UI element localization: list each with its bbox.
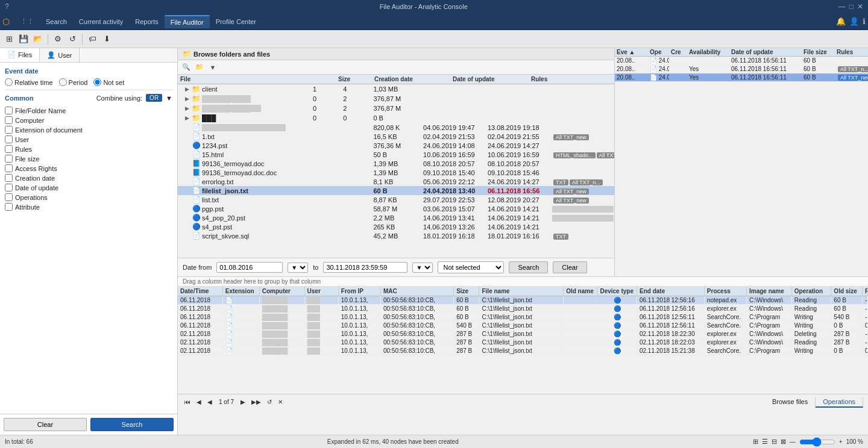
tab-files[interactable]: 📄 Files bbox=[0, 48, 40, 62]
date-to-dropdown[interactable]: ▼ bbox=[412, 263, 433, 273]
nav-prev[interactable]: ◀ bbox=[206, 399, 214, 405]
toolbar-btn-settings[interactable]: ⚙ bbox=[51, 33, 64, 46]
cb-computer[interactable]: Computer bbox=[5, 116, 172, 124]
table-row[interactable]: 📘 99136_termoyad.doc 1,39 MB 08.10.2018 … bbox=[178, 159, 614, 168]
menu-item-search[interactable]: Search bbox=[40, 16, 73, 28]
tab-browse-files[interactable]: Browse files bbox=[765, 397, 816, 408]
menu-item-reports[interactable]: Reports bbox=[129, 16, 165, 28]
rp-col-availability[interactable]: Availability bbox=[687, 49, 729, 55]
nav-next-next[interactable]: ▶▶ bbox=[250, 399, 263, 405]
toolbar-btn-save[interactable]: 💾 bbox=[17, 33, 30, 46]
btcol-imagename[interactable]: Image name bbox=[747, 287, 792, 296]
table-row[interactable]: 06.11.2018 📄 ██████ ███ 10.0.1.13, 00:50… bbox=[178, 296, 868, 305]
minimize-icon[interactable]: — bbox=[838, 2, 846, 11]
col-creation-date[interactable]: Creation date bbox=[372, 76, 450, 82]
btcol-oldname[interactable]: Old name bbox=[564, 287, 597, 296]
results-panel-scroll[interactable]: 20.08.. 📄 24.0. 06.11.2018 16:56:11 60 B… bbox=[615, 57, 868, 276]
table-row[interactable]: 06.11.2018 📄 ██████ ███ 10.0.1.13, 00:50… bbox=[178, 305, 868, 313]
btcol-computer[interactable]: Computer bbox=[260, 287, 305, 296]
nav-close[interactable]: ✕ bbox=[276, 399, 285, 405]
btcol-process[interactable]: Process bbox=[705, 287, 747, 296]
search-button[interactable]: Search bbox=[90, 418, 174, 431]
rp-col-rules[interactable]: Rules bbox=[835, 49, 868, 55]
table-row[interactable]: 📄 list.txt 8,87 KB 29.07.2019 22:53 12.0… bbox=[178, 195, 614, 204]
date-clear-button[interactable]: Clear bbox=[553, 261, 587, 273]
view-btn-4[interactable]: ⊠ bbox=[781, 438, 786, 446]
toolbar-btn-refresh[interactable]: ↺ bbox=[66, 33, 79, 46]
col-file[interactable]: File bbox=[178, 76, 336, 82]
btcol-enddate[interactable]: End date bbox=[637, 287, 705, 296]
table-row[interactable]: 🔵 s4_pop_20.pst 2,2 MB 14.06.2019 13:41 … bbox=[178, 213, 614, 222]
fb-btn-dropdown[interactable]: ▼ bbox=[207, 62, 219, 73]
date-search-button[interactable]: Search bbox=[509, 261, 548, 273]
tab-user[interactable]: 👤 User bbox=[40, 48, 80, 62]
fb-btn-search[interactable]: 🔍 bbox=[180, 62, 192, 73]
btcol-oldsize[interactable]: Old size bbox=[831, 287, 863, 296]
radio-not-set[interactable]: Not set bbox=[93, 78, 124, 86]
tray-icon-3[interactable]: ℹ bbox=[863, 17, 866, 26]
nav-refresh[interactable]: ↺ bbox=[265, 399, 274, 405]
table-row[interactable]: 📄 filelist_json.txt 60 B 24.04.2018 13:4… bbox=[178, 186, 614, 195]
col-date-of-update[interactable]: Date of update bbox=[450, 76, 529, 82]
btcol-devicetype[interactable]: Device type bbox=[597, 287, 637, 296]
cb-date-of-update[interactable]: Date of update bbox=[5, 184, 172, 191]
btcol-user[interactable]: User bbox=[305, 287, 339, 296]
cb-extension[interactable]: Extension of document bbox=[5, 126, 172, 134]
table-row[interactable]: 📄 15.html 50 B 10.06.2019 16:59 10.06.20… bbox=[178, 150, 614, 159]
table-row[interactable]: 📄 errorlog.txt 8,1 KB 05.06.2019 22:12 2… bbox=[178, 177, 614, 186]
date-to-input[interactable] bbox=[323, 262, 407, 273]
nav-next[interactable]: ▶ bbox=[239, 399, 247, 405]
table-row[interactable]: 📘 99136_termoyad.doc.doc 1,39 MB 09.10.2… bbox=[178, 168, 614, 177]
tray-icon-1[interactable]: 🔔 bbox=[836, 17, 846, 26]
table-row[interactable]: 02.11.2018 📄 ██████ ███ 10.0.1.13, 00:50… bbox=[178, 347, 868, 355]
col-rules[interactable]: Rules bbox=[529, 76, 607, 82]
cb-file-size[interactable]: File size bbox=[5, 155, 172, 163]
table-row[interactable]: ▶ 📁 ██████ ████ (2) 0 2 376,87 M bbox=[178, 104, 614, 113]
file-browser-scroll[interactable]: ▶ 📁 client 1 4 1,03 MB bbox=[178, 84, 614, 258]
combine-toggle[interactable]: OR bbox=[146, 94, 162, 102]
rp-col-date-update[interactable]: Date of update bbox=[729, 49, 802, 55]
btcol-datetime[interactable]: Date/Time bbox=[178, 287, 223, 296]
btcol-operation[interactable]: Operation bbox=[792, 287, 832, 296]
maximize-icon[interactable]: □ bbox=[849, 2, 854, 11]
col-size[interactable]: Size bbox=[336, 76, 372, 82]
zoom-plus[interactable]: + bbox=[839, 438, 843, 445]
rp-col-cre[interactable]: Cre bbox=[669, 49, 687, 55]
menu-item-profile-center[interactable]: Profile Center bbox=[210, 16, 262, 28]
list-item[interactable]: 20.08.. 📄 24.0. Yes 06.11.2018 16:56:11 … bbox=[615, 65, 868, 73]
table-row[interactable]: 🔵 1234.pst 376,36 M 24.06.2019 14:08 24.… bbox=[178, 141, 614, 150]
table-row[interactable]: 02.11.2018 📄 ██████ ███ 10.0.1.13, 00:50… bbox=[178, 330, 868, 338]
menu-item-hamburger[interactable]: ⋮⋮ bbox=[14, 15, 40, 28]
cb-access-rights[interactable]: Access Rights bbox=[5, 164, 172, 172]
clear-button[interactable]: Clear bbox=[4, 418, 87, 431]
list-item[interactable]: 20.08.. 📄 24.0. 06.11.2018 16:56:11 60 B bbox=[615, 57, 868, 65]
table-row[interactable]: ▶ 📁 ██████ ████ 0 2 376,87 M bbox=[178, 94, 614, 104]
rp-col-eve[interactable]: Eve ▲ bbox=[615, 49, 648, 55]
tray-icon-2[interactable]: 👤 bbox=[849, 17, 859, 26]
tab-operations[interactable]: Operations bbox=[816, 397, 863, 408]
toolbar-btn-grid[interactable]: ⊞ bbox=[2, 33, 16, 46]
combine-dropdown-icon[interactable]: ▼ bbox=[166, 95, 172, 102]
toolbar-btn-download[interactable]: ⬇ bbox=[100, 33, 113, 46]
radio-period[interactable]: Period bbox=[59, 78, 88, 86]
cb-rules[interactable]: Rules bbox=[5, 145, 172, 153]
menu-item-current-activity[interactable]: Current activity bbox=[73, 16, 129, 28]
close-icon[interactable]: ✕ bbox=[857, 2, 863, 11]
table-row[interactable]: 📄 ██.████████████.███ 820,08 K 04.06.201… bbox=[178, 123, 614, 132]
rp-col-ope[interactable]: Ope bbox=[648, 49, 669, 55]
table-row[interactable]: 📄 1.txt 16,5 KB 02.04.2019 21:53 02.04.2… bbox=[178, 132, 614, 141]
table-row[interactable]: 🔵 s4_pst.pst 265 KB 14.06.2019 13:26 14.… bbox=[178, 222, 614, 231]
view-btn-2[interactable]: ☰ bbox=[762, 438, 768, 446]
table-row[interactable]: 🔵 pgp.pst 58,87 M 03.06.2019 15:07 14.06… bbox=[178, 204, 614, 213]
help-icon[interactable]: ? bbox=[5, 2, 9, 11]
btcol-filehash[interactable]: File hash bbox=[863, 287, 868, 296]
cb-attribute[interactable]: Attribute bbox=[5, 203, 172, 211]
cb-file-folder[interactable]: File/Folder Name bbox=[5, 107, 172, 114]
table-row[interactable]: 06.11.2018 📄 ██████ ███ 10.0.1.13, 00:50… bbox=[178, 322, 868, 330]
menu-item-file-auditor[interactable]: File Auditor bbox=[165, 15, 210, 28]
btcol-extension[interactable]: Extension bbox=[223, 287, 260, 296]
cb-creation-date[interactable]: Creation date bbox=[5, 174, 172, 182]
table-row[interactable]: ▶ 📁 client 1 4 1,03 MB bbox=[178, 84, 614, 94]
table-row[interactable]: 📄 script_skvoe.sql 45,2 MB 18.01.2019 16… bbox=[178, 231, 614, 240]
table-row[interactable]: 06.11.2018 📄 ██████ ███ 10.0.1.13, 00:50… bbox=[178, 313, 868, 322]
